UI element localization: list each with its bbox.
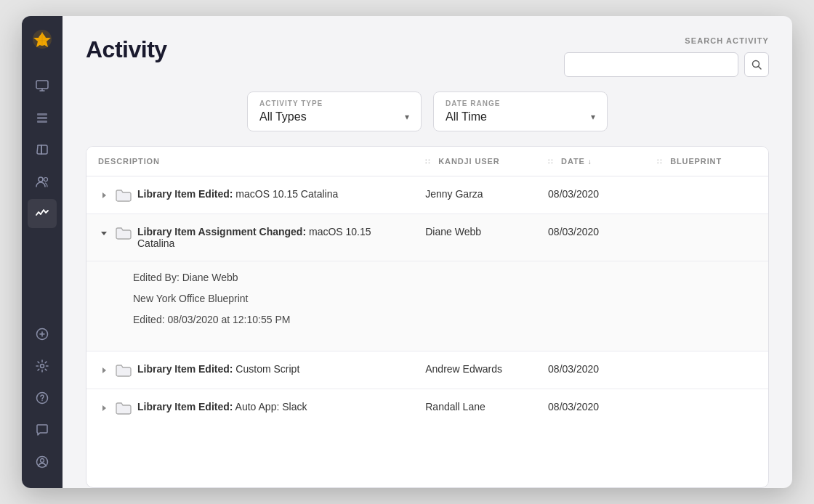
svg-marker-17 [102,405,106,411]
sidebar-icon-devices[interactable] [28,71,57,100]
row-date-cell: 08/03/2020 [536,214,645,261]
search-icon [751,59,762,70]
sidebar-icon-profile[interactable] [28,447,57,476]
sidebar-icon-chat[interactable] [28,415,57,444]
table-row-expanded: Edited By: Diane WebbNew York Office Blu… [86,261,768,351]
col-description: DESCRIPTION [86,147,414,176]
svg-rect-4 [37,121,47,123]
page-title: Activity [86,36,167,63]
row-title-bold: Library Item Edited: [137,401,233,412]
row-description-cell: Library Item Assignment Changed: macOS 1… [86,214,414,261]
search-area: SEARCH ACTIVITY [564,36,769,77]
row-blueprint-cell [645,351,768,389]
sidebar [22,16,63,488]
main-content: Activity SEARCH ACTIVITY ACTIVITY TYPE A… [63,16,792,488]
expanded-details: Edited By: Diane WebbNew York Office Blu… [98,261,757,339]
svg-marker-15 [101,232,107,235]
chevron-down-icon-2: ▾ [591,112,595,122]
date-range-value-row: All Time ▾ [446,110,595,123]
row-user-cell: Jenny Garza [414,176,536,214]
table-body: Library Item Edited: macOS 10.15 Catalin… [86,176,768,427]
sidebar-icon-settings[interactable] [28,351,57,381]
svg-rect-1 [36,81,48,89]
row-user-cell: Randall Lane [414,389,536,427]
row-user-cell: Andrew Edwards [414,351,536,389]
svg-point-8 [41,365,44,368]
row-description-cell: Library Item Edited: macOS 10.15 Catalin… [86,176,414,214]
table-row: Library Item Edited: Custom ScriptAndrew… [86,351,768,389]
row-blueprint-cell [645,214,768,261]
col-date[interactable]: ∷ DATE ↓ [536,147,645,176]
table-row: Library Item Assignment Changed: macOS 1… [86,214,768,261]
sort-dots-icon: ∷ [425,158,432,165]
date-range-filter[interactable]: DATE RANGE All Time ▾ [433,92,608,131]
date-range-label: DATE RANGE [446,99,595,107]
svg-point-12 [41,459,44,463]
detail-line: New York Office Blueprint [133,291,757,306]
col-blueprint-label: BLUEPRINT [670,157,722,166]
row-text: Library Item Edited: macOS 10.15 Catalin… [137,188,402,200]
svg-marker-14 [102,192,106,198]
row-description-cell: Library Item Edited: Custom Script [86,351,414,389]
sidebar-icon-activity[interactable] [28,199,57,228]
filters-row: ACTIVITY TYPE All Types ▾ DATE RANGE All… [86,92,769,131]
sidebar-icon-users[interactable] [28,167,57,196]
row-user-cell: Diane Webb [414,214,536,261]
col-kandji-user: ∷ KANDJI USER [414,147,536,176]
svg-marker-16 [102,367,106,373]
activity-table: DESCRIPTION ∷ KANDJI USER ∷ DATE [86,147,768,426]
activity-type-value: All Types [259,110,307,123]
search-input[interactable] [564,52,738,77]
sort-arrow-icon: ↓ [588,158,592,166]
activity-type-label: ACTIVITY TYPE [259,99,409,107]
chevron-down-icon: ▾ [405,112,409,122]
date-range-value: All Time [446,110,487,123]
svg-rect-3 [37,117,47,119]
table-row: Library Item Edited: macOS 10.15 Catalin… [86,176,768,214]
svg-point-10 [41,400,42,401]
sidebar-icon-add[interactable] [28,320,57,349]
detail-line: Edited By: Diane Webb [133,270,757,285]
col-kandji-user-label: KANDJI USER [438,157,499,166]
sort-dots-icon-2: ∷ [548,158,555,165]
expand-button[interactable] [98,365,110,376]
row-date-cell: 08/03/2020 [536,389,645,427]
activity-table-container: DESCRIPTION ∷ KANDJI USER ∷ DATE [86,146,769,488]
search-input-row [564,52,769,77]
row-description-cell: Library Item Edited: Auto App: Slack [86,389,414,427]
svg-point-5 [39,177,43,182]
sort-dots-icon-3: ∷ [657,158,664,165]
expanded-details-cell: Edited By: Diane WebbNew York Office Blu… [86,261,768,351]
page-header: Activity SEARCH ACTIVITY [86,36,769,77]
row-blueprint-cell [645,389,768,427]
expand-button[interactable] [98,190,110,201]
folder-icon [116,364,132,377]
sidebar-icon-blueprints[interactable] [28,135,57,164]
table-header-row: DESCRIPTION ∷ KANDJI USER ∷ DATE [86,147,768,176]
row-text: Library Item Edited: Custom Script [137,363,402,375]
sidebar-icon-library[interactable] [28,103,57,132]
sidebar-icon-help[interactable] [28,383,57,412]
row-text: Library Item Assignment Changed: macOS 1… [137,226,402,249]
row-date-cell: 08/03/2020 [536,176,645,214]
search-label: SEARCH ACTIVITY [685,36,769,45]
table-row: Library Item Edited: Auto App: SlackRand… [86,389,768,427]
activity-type-filter[interactable]: ACTIVITY TYPE All Types ▾ [247,92,422,131]
app-logo [31,28,54,54]
collapse-button[interactable] [98,227,110,239]
activity-type-value-row: All Types ▾ [259,110,409,123]
col-date-label: DATE [561,157,585,166]
search-button[interactable] [744,52,769,77]
row-title-bold: Library Item Assignment Changed: [137,226,306,237]
app-window: Activity SEARCH ACTIVITY ACTIVITY TYPE A… [22,16,792,488]
folder-icon [116,189,132,202]
row-blueprint-cell [645,176,768,214]
folder-icon [116,227,132,240]
expand-button[interactable] [98,402,110,414]
svg-rect-2 [37,113,47,115]
col-blueprint: ∷ BLUEPRINT [645,147,768,176]
folder-icon [116,402,132,415]
row-title-bold: Library Item Edited: [137,363,233,375]
col-description-label: DESCRIPTION [98,157,160,166]
row-title-bold: Library Item Edited: [137,188,233,200]
